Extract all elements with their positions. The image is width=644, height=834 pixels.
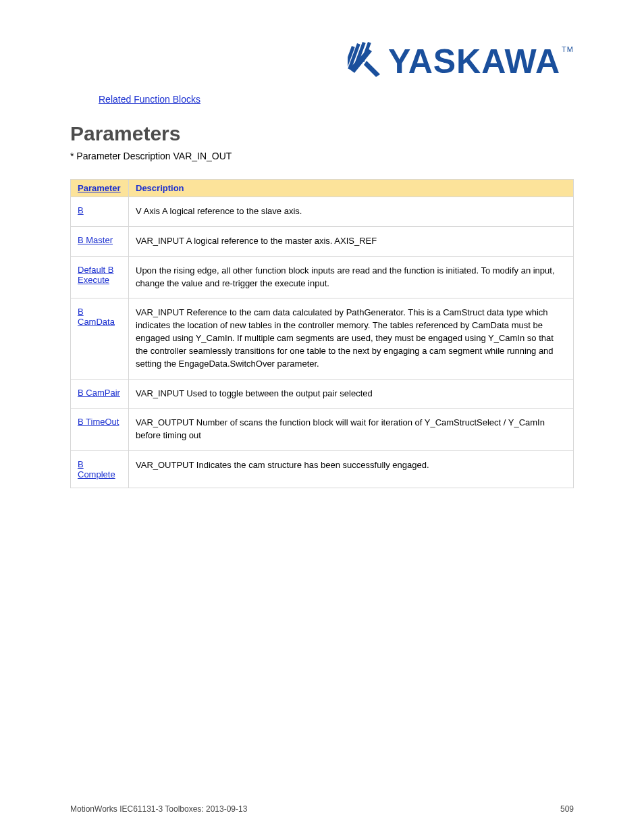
param-link[interactable]: B CamData — [78, 307, 115, 327]
param-desc: V Axis A logical reference to the slave … — [129, 197, 574, 227]
table-row: B Complete VAR_OUTPUT Indicates the cam … — [71, 451, 574, 488]
param-desc: Upon the rising edge, all other function… — [129, 256, 574, 298]
footer-page-number: 509 — [560, 804, 574, 814]
company-logo: YASKAWATM — [348, 42, 574, 81]
param-link[interactable]: Default B Execute — [78, 265, 113, 285]
trademark-icon: TM — [562, 45, 574, 53]
table-row: Default B Execute Upon the rising edge, … — [71, 256, 574, 298]
param-desc: VAR_OUTPUT Indicates the cam structure h… — [129, 451, 574, 488]
table-row: B Master VAR_INPUT A logical reference t… — [71, 226, 574, 256]
col-header-description: Description — [129, 180, 574, 197]
logo-word: YASKAWA — [388, 43, 560, 80]
page-footer: MotionWorks IEC61131-3 Toolboxes: 2013-0… — [0, 804, 644, 814]
param-link[interactable]: B — [78, 205, 84, 215]
param-desc: VAR_INPUT Used to toggle between the out… — [129, 379, 574, 409]
param-link[interactable]: B Master — [78, 235, 113, 245]
table-row: B CamPair VAR_INPUT Used to toggle betwe… — [71, 379, 574, 409]
param-desc: VAR_INPUT Reference to the cam data calc… — [129, 298, 574, 379]
table-row: B CamData VAR_INPUT Reference to the cam… — [71, 298, 574, 379]
footer-left: MotionWorks IEC61131-3 Toolboxes: 2013-0… — [70, 804, 247, 814]
section-description: * Parameter Description VAR_IN_OUT — [70, 151, 574, 161]
param-desc: VAR_INPUT A logical reference to the mas… — [129, 226, 574, 256]
section-title: Parameters — [70, 122, 574, 145]
param-link[interactable]: B CamPair — [78, 388, 120, 398]
related-functions-link[interactable]: Related Function Blocks — [99, 94, 200, 105]
table-row: B V Axis A logical reference to the slav… — [71, 197, 574, 227]
logo-mark-icon — [348, 42, 384, 81]
logo-row: YASKAWATM — [70, 42, 574, 81]
logo-text: YASKAWATM — [388, 45, 574, 78]
col-header-parameter[interactable]: Parameter — [71, 180, 129, 197]
parameters-table: Parameter Description B V Axis A logical… — [70, 179, 574, 488]
param-desc: VAR_OUTPUT Number of scans the function … — [129, 409, 574, 451]
table-row: B TimeOut VAR_OUTPUT Number of scans the… — [71, 409, 574, 451]
param-link[interactable]: B TimeOut — [78, 417, 119, 427]
param-link[interactable]: B Complete — [78, 459, 115, 479]
